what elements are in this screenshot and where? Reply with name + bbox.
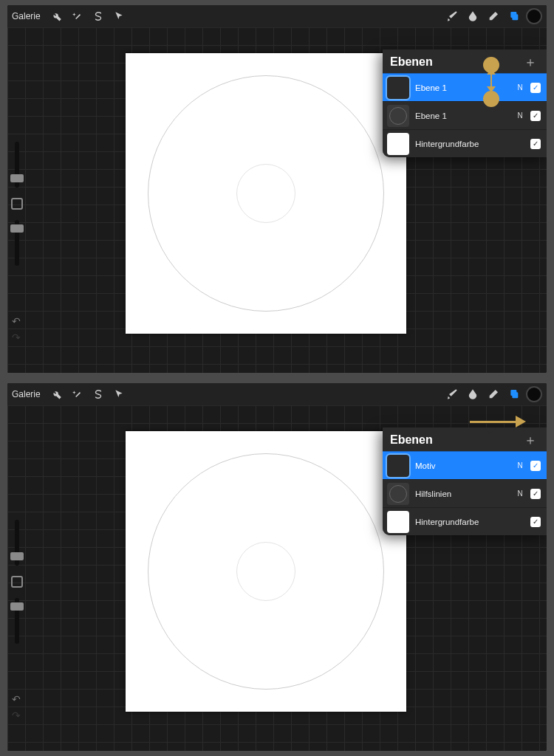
canvas-frame: ↶ ↷ Ebenen ＋ Motiv N ✓ Hilfslinien N ✓ [7,405,547,751]
layer-row[interactable]: Hintergrundfarbe ✓ [383,129,547,157]
layer-row[interactable]: Ebene 1 N ✓ [383,73,547,101]
brush-icon[interactable] [443,385,461,403]
s-icon[interactable] [89,7,107,25]
visibility-checkbox[interactable]: ✓ [530,111,541,121]
visibility-checkbox[interactable]: ✓ [530,139,541,149]
blend-mode-badge[interactable]: N [516,461,524,470]
layer-row[interactable]: Hintergrundfarbe ✓ [383,507,547,535]
left-sidebar [7,142,27,266]
cursor-icon[interactable] [110,385,128,403]
visibility-checkbox[interactable]: ✓ [530,461,541,471]
layers-panel: Ebenen ＋ Motiv N ✓ Hilfslinien N ✓ Hinte… [383,427,547,535]
screenshot-top: Galerie ↶ ↷ Ebenen ＋ [7,5,547,373]
undo-icon[interactable]: ↶ [12,693,21,705]
svg-rect-1 [512,14,518,20]
canvas-frame: ↶ ↷ Ebenen ＋ Ebene 1 N ✓ Ebene 1 N ✓ [7,27,547,373]
layer-name: Hintergrundfarbe [415,140,510,148]
color-swatch[interactable] [526,8,542,24]
layer-thumbnail [387,133,409,155]
guide-inner-circle [236,164,295,223]
layer-name: Motiv [415,461,510,470]
eraser-icon[interactable] [485,385,502,403]
layer-thumbnail [387,77,409,99]
wand-icon[interactable] [69,7,86,25]
layers-title: Ebenen [390,433,433,447]
arrow-annotation [470,416,526,427]
layer-name: Ebene 1 [415,111,510,120]
opacity-slider[interactable] [15,598,19,644]
blend-mode-badge[interactable]: N [516,83,524,92]
smudge-icon[interactable] [464,385,482,403]
layer-thumbnail [387,483,409,505]
layer-name: Ebene 1 [415,83,510,92]
redo-icon[interactable]: ↷ [12,709,21,721]
layers-title: Ebenen [390,55,433,69]
gallery-button[interactable]: Galerie [12,389,41,399]
layer-name: Hintergrundfarbe [415,518,510,526]
layers-icon[interactable] [505,7,523,25]
wand-icon[interactable] [69,385,86,403]
top-toolbar: Galerie [7,5,547,27]
visibility-checkbox[interactable]: ✓ [530,83,541,93]
cursor-icon[interactable] [110,7,128,25]
layer-thumbnail [387,455,409,477]
layers-panel: Ebenen ＋ Ebene 1 N ✓ Ebene 1 N ✓ Hinterg… [383,49,547,157]
left-sidebar [7,520,27,644]
canvas[interactable] [126,53,406,334]
brush-size-slider[interactable] [15,520,19,566]
top-toolbar: Galerie [7,383,547,405]
wrench-icon[interactable] [48,385,66,403]
blend-mode-badge[interactable]: N [516,111,524,120]
eraser-icon[interactable] [485,7,502,25]
undo-icon[interactable]: ↶ [12,315,21,327]
visibility-checkbox[interactable]: ✓ [530,489,541,499]
brush-size-slider[interactable] [15,142,19,188]
layer-row[interactable]: Motiv N ✓ [383,451,547,479]
color-swatch[interactable] [526,386,542,402]
modify-button[interactable] [11,198,23,210]
smudge-icon[interactable] [464,7,482,25]
guide-inner-circle [236,542,295,601]
layer-row[interactable]: Ebene 1 N ✓ [383,101,547,129]
layer-thumbnail [387,105,409,127]
s-icon[interactable] [89,385,107,403]
layer-row[interactable]: Hilfslinien N ✓ [383,479,547,507]
visibility-checkbox[interactable]: ✓ [530,517,541,527]
modify-button[interactable] [11,576,23,588]
screenshot-bottom: Galerie ↶ ↷ Ebenen ＋ [7,383,547,751]
canvas[interactable] [126,431,406,712]
gallery-button[interactable]: Galerie [12,11,41,21]
svg-rect-3 [512,392,518,398]
opacity-slider[interactable] [15,220,19,266]
wrench-icon[interactable] [48,7,66,25]
redo-icon[interactable]: ↷ [12,331,21,343]
add-layer-button[interactable]: ＋ [523,433,538,447]
blend-mode-badge[interactable]: N [516,489,524,498]
brush-icon[interactable] [443,7,461,25]
layer-name: Hilfslinien [415,489,510,498]
layers-icon[interactable] [505,385,523,403]
add-layer-button[interactable]: ＋ [523,55,538,69]
layer-thumbnail [387,511,409,533]
